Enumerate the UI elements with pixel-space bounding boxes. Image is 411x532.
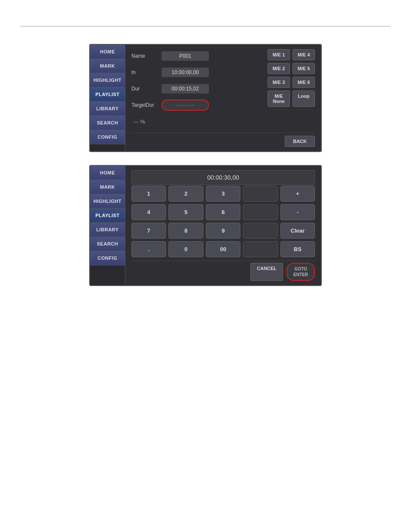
p1-dur-row: Dur 00:00:15,02 <box>131 82 263 96</box>
sidebar-1: HOME MARK HIGHLIGHT PLAYLIST LIBRARY SEA… <box>90 45 125 151</box>
panel1-content: Name P001 In 10:00:00,00 Dur 00:00:15,02… <box>125 45 321 151</box>
p2-footer: CANCEL GOTO ENTER <box>131 261 315 281</box>
sidebar-item-config-1[interactable]: CONFIG <box>90 130 125 144</box>
panels-wrapper: HOME MARK HIGHLIGHT PLAYLIST LIBRARY SEA… <box>89 44 322 286</box>
loop-button[interactable]: Loop <box>293 90 315 107</box>
me4-button[interactable]: M/E 4 <box>293 49 315 60</box>
me6-button[interactable]: M/E 6 <box>293 77 315 88</box>
p1-me-buttons: M/E 1 M/E 4 M/E 2 M/E 5 M/E 3 M/E 6 M/EN… <box>268 49 315 128</box>
sidebar-item-home-2[interactable]: HOME <box>90 166 125 180</box>
numpad-btn-6[interactable]: 6 <box>206 204 240 220</box>
p1-footer: BACK <box>131 133 315 147</box>
p1-fields: Name P001 In 10:00:00,00 Dur 00:00:15,02… <box>131 49 263 128</box>
numpad-plus-btn[interactable]: + <box>280 186 315 202</box>
panel-1: HOME MARK HIGHLIGHT PLAYLIST LIBRARY SEA… <box>89 44 322 152</box>
name-label: Name <box>131 53 158 59</box>
p1-main: Name P001 In 10:00:00,00 Dur 00:00:15,02… <box>131 49 315 128</box>
numpad-empty-r4 <box>243 241 277 257</box>
me-row-1: M/E 1 M/E 4 <box>268 49 315 60</box>
enter-label: ENTER <box>293 272 308 277</box>
p1-targetdur-row: TargetDur --:--:--,-- <box>131 98 263 112</box>
numpad-btn-3[interactable]: 3 <box>206 186 240 202</box>
enter-goto-label: GOTO <box>293 266 308 272</box>
time-display: 00:00:30,00 <box>131 170 315 185</box>
numpad-minus-btn[interactable]: - <box>280 204 315 220</box>
sidebar-item-search-1[interactable]: SEARCH <box>90 116 125 130</box>
numpad-btn-2[interactable]: 2 <box>168 186 203 202</box>
numpad-empty-r1 <box>243 186 277 202</box>
numpad-btn-1[interactable]: 1 <box>131 186 166 202</box>
targetdur-label: TargetDur <box>131 102 158 108</box>
divider-line <box>20 26 391 27</box>
me3-button[interactable]: M/E 3 <box>268 77 290 88</box>
percent-value: --- % <box>131 118 145 125</box>
numpad-btn-7[interactable]: 7 <box>131 223 166 239</box>
sidebar-item-home-1[interactable]: HOME <box>90 45 125 59</box>
numpad-clear-btn[interactable]: Clear <box>280 223 315 239</box>
me-none-button[interactable]: M/ENone <box>268 90 290 107</box>
sidebar-item-highlight-2[interactable]: HIGHLIGHT <box>90 194 125 208</box>
sidebar-item-library-1[interactable]: LIBRARY <box>90 102 125 116</box>
sidebar-item-mark-1[interactable]: MARK <box>90 59 125 73</box>
me-row-3: M/E 3 M/E 6 <box>268 77 315 88</box>
in-value: 10:00:00,00 <box>162 68 209 77</box>
back-button[interactable]: BACK <box>285 136 315 147</box>
sidebar-item-library-2[interactable]: LIBRARY <box>90 223 125 237</box>
me2-button[interactable]: M/E 2 <box>268 63 290 74</box>
dur-label: Dur <box>131 86 158 92</box>
sidebar-item-mark-2[interactable]: MARK <box>90 180 125 194</box>
dur-value: 00:00:15,02 <box>162 84 209 93</box>
numpad-btn-0[interactable]: 0 <box>168 241 203 257</box>
sidebar-2: HOME MARK HIGHLIGHT PLAYLIST LIBRARY SEA… <box>90 166 125 285</box>
panel-2: HOME MARK HIGHLIGHT PLAYLIST LIBRARY SEA… <box>89 165 322 286</box>
targetdur-value[interactable]: --:--:--,-- <box>162 100 209 111</box>
numpad-btn-00[interactable]: 00 <box>206 241 240 257</box>
p1-name-row: Name P001 <box>131 49 263 63</box>
sidebar-item-config-2[interactable]: CONFIG <box>90 251 125 265</box>
me-row-4: M/ENone Loop <box>268 90 315 107</box>
sidebar-item-highlight-1[interactable]: HIGHLIGHT <box>90 73 125 87</box>
me1-button[interactable]: M/E 1 <box>268 49 290 60</box>
panel2-content: 00:00:30,00 1 2 3 + 4 5 6 - 7 8 9 Clear … <box>125 166 321 285</box>
numpad-dot-btn[interactable]: . <box>131 241 166 257</box>
me5-button[interactable]: M/E 5 <box>293 63 315 74</box>
me-row-2: M/E 2 M/E 5 <box>268 63 315 74</box>
numpad-empty-r2 <box>243 204 277 220</box>
numpad-btn-9[interactable]: 9 <box>206 223 240 239</box>
numpad-btn-8[interactable]: 8 <box>168 223 203 239</box>
in-label: In <box>131 69 158 75</box>
sidebar-item-search-2[interactable]: SEARCH <box>90 237 125 251</box>
sidebar-item-playlist-1[interactable]: PLAYLIST <box>90 87 125 102</box>
numpad-empty-r3 <box>243 223 277 239</box>
numpad-btn-4[interactable]: 4 <box>131 204 166 220</box>
numpad-bs-btn[interactable]: BS <box>280 241 315 257</box>
p1-percent-row: --- % <box>131 115 263 128</box>
p1-in-row: In 10:00:00,00 <box>131 65 263 79</box>
numpad: 1 2 3 + 4 5 6 - 7 8 9 Clear . 0 00 BS <box>131 186 315 257</box>
name-value: P001 <box>162 51 209 61</box>
enter-button[interactable]: GOTO ENTER <box>286 263 315 281</box>
sidebar-item-playlist-2[interactable]: PLAYLIST <box>90 208 125 223</box>
numpad-btn-5[interactable]: 5 <box>168 204 203 220</box>
cancel-button[interactable]: CANCEL <box>250 263 283 281</box>
